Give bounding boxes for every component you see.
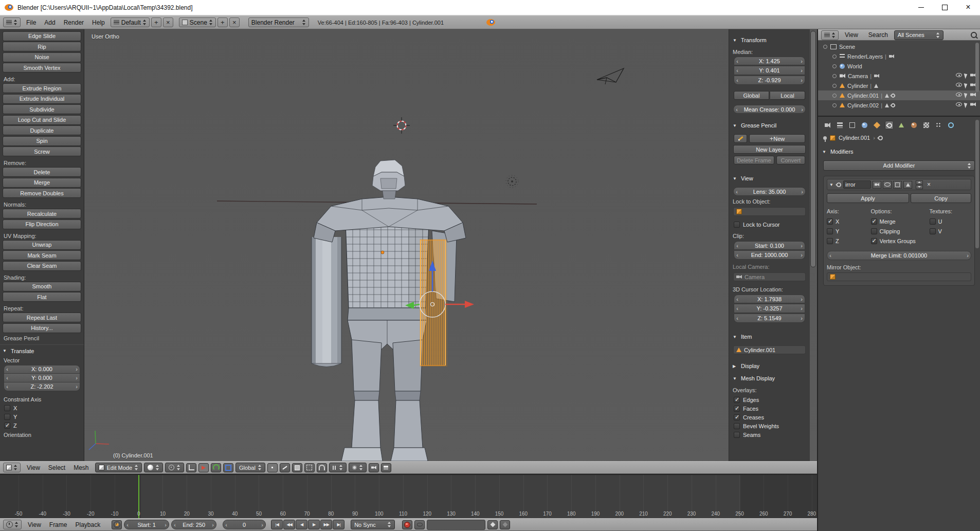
delete-keyframe-button[interactable] — [500, 520, 510, 529]
axis-checkbox[interactable]: Z — [827, 236, 869, 246]
render-engine-selector[interactable]: Blender Render — [248, 17, 309, 27]
search-icon[interactable] — [971, 32, 977, 38]
screen-layout-selector[interactable]: Default — [111, 17, 150, 27]
median-x-field[interactable]: X: 1.425 — [734, 57, 805, 65]
view-panel-header[interactable]: View — [733, 174, 806, 183]
median-z-field[interactable]: Z: -0.929 — [734, 76, 805, 85]
increase-arrow-icon[interactable] — [74, 365, 80, 373]
mode-selector[interactable]: Edit Mode — [95, 463, 142, 472]
expand-toggle-icon[interactable] — [832, 94, 837, 98]
global-button[interactable]: Global — [734, 91, 769, 100]
tool-button[interactable]: Flip Direction — [3, 219, 81, 229]
datablock-name[interactable]: Camera — [848, 73, 868, 79]
keying-set-options-button[interactable] — [414, 520, 425, 529]
selectable-pointer-icon[interactable] — [964, 72, 969, 79]
selectable-pointer-icon[interactable] — [964, 82, 969, 88]
menu-item-view[interactable]: View — [841, 31, 862, 39]
outliner-row[interactable]: World — [818, 61, 980, 71]
menu-item[interactable]: Add — [40, 19, 59, 26]
checkbox-box[interactable] — [4, 414, 10, 420]
increase-arrow-icon[interactable] — [798, 242, 805, 249]
menu-item[interactable]: Playback — [71, 521, 104, 528]
outliner-scrollbar[interactable] — [975, 43, 979, 92]
add-layout-button[interactable] — [151, 17, 161, 27]
lock-to-cursor-checkbox[interactable]: Lock to Cursor — [734, 220, 806, 229]
camera-object[interactable] — [597, 68, 624, 84]
properties-scrollbar[interactable] — [975, 120, 979, 248]
snap-toggle[interactable] — [317, 463, 327, 472]
increase-arrow-icon[interactable] — [798, 295, 805, 303]
selectable-pointer-icon[interactable] — [964, 92, 969, 98]
collapse-triangle-icon[interactable] — [733, 376, 738, 381]
outliner-row[interactable]: Cylinder.002 | — [818, 100, 980, 110]
decrease-arrow-icon[interactable] — [734, 105, 740, 113]
constraint-axis-checkbox[interactable]: X — [4, 404, 80, 413]
tool-button[interactable]: Smooth Vertex — [3, 63, 81, 72]
manipulator-scale-button[interactable] — [223, 463, 233, 472]
maximize-button[interactable] — [933, 0, 956, 15]
expand-toggle-icon[interactable] — [832, 103, 837, 107]
collapse-triangle-icon[interactable] — [829, 182, 834, 187]
decrease-arrow-icon[interactable] — [734, 304, 740, 313]
checkbox-box[interactable] — [734, 222, 740, 228]
translate-panel-header[interactable]: Translate — [3, 346, 81, 356]
grease-pencil-draw-button[interactable] — [734, 134, 747, 143]
window-titlebar[interactable]: Blender [C:\Users\ARQUII~1\AppData\Local… — [0, 0, 980, 15]
mean-crease-field[interactable]: Mean Crease: 0.000 — [733, 105, 806, 114]
modifier-render-toggle[interactable] — [873, 181, 881, 189]
texture-checkbox[interactable]: U — [930, 216, 972, 226]
datablock-name[interactable]: Scene — [839, 44, 855, 50]
transform-orientation-selector[interactable]: Global — [235, 463, 265, 472]
jump-to-end-button[interactable]: ▶| — [333, 520, 344, 529]
display-panel-header[interactable]: Display — [733, 361, 806, 371]
increase-arrow-icon[interactable] — [798, 251, 805, 259]
tool-button[interactable]: Mark Seam — [3, 250, 81, 260]
expand-toggle-icon[interactable] — [832, 64, 837, 68]
modifiers-panel-header[interactable]: Modifiers — [822, 147, 976, 156]
decrease-arrow-icon[interactable] — [223, 520, 229, 529]
decrease-arrow-icon[interactable] — [734, 57, 740, 65]
decrease-arrow-icon[interactable] — [4, 365, 10, 373]
outliner-row[interactable]: Scene — [818, 42, 980, 51]
play-button[interactable]: ▶ — [308, 520, 320, 529]
tool-button[interactable]: Flat — [3, 292, 81, 302]
tool-button[interactable]: Edge Slide — [3, 31, 81, 41]
editor-type-button[interactable] — [3, 520, 22, 529]
tool-button[interactable]: Repeat Last — [3, 313, 81, 322]
datablock-name[interactable]: Cylinder — [847, 83, 868, 89]
decrease-arrow-icon[interactable] — [4, 382, 10, 391]
datablock-name[interactable]: Cylinder.001 — [847, 93, 879, 99]
active-keying-set-field[interactable] — [427, 520, 485, 530]
datablock-name[interactable]: World — [847, 63, 862, 69]
properties-tab[interactable] — [922, 121, 931, 130]
prev-keyframe-button[interactable]: ◀◀ — [283, 520, 295, 529]
opengl-render-button[interactable] — [369, 463, 379, 472]
decrease-arrow-icon[interactable] — [827, 251, 833, 260]
outliner-row[interactable]: Cylinder | — [818, 81, 980, 90]
outliner-row[interactable]: Camera | — [818, 71, 980, 81]
move-up-button[interactable] — [916, 180, 923, 185]
frame-end-field[interactable]: End: 250 — [171, 520, 216, 529]
current-frame-field[interactable]: 0 — [223, 520, 266, 529]
increase-arrow-icon[interactable] — [798, 66, 805, 75]
scene-selector[interactable]: Scene — [179, 17, 216, 27]
decrease-arrow-icon[interactable] — [4, 374, 10, 382]
overlay-checkbox[interactable]: Faces — [734, 404, 806, 413]
checkbox-box[interactable] — [930, 218, 936, 225]
play-reverse-button[interactable]: ◀ — [296, 520, 307, 529]
tool-button[interactable]: Screw — [3, 147, 81, 156]
increase-arrow-icon[interactable] — [210, 520, 216, 529]
3d-cursor[interactable] — [393, 117, 410, 134]
render-camera-icon[interactable] — [970, 93, 976, 97]
minimize-button[interactable] — [909, 0, 933, 15]
tool-button[interactable]: Smooth — [3, 282, 81, 291]
decrease-arrow-icon[interactable] — [734, 295, 740, 303]
menu-item[interactable]: Render — [60, 19, 88, 26]
apply-button[interactable]: Apply — [827, 193, 909, 203]
menu-item[interactable]: Mesh — [69, 464, 93, 471]
properties-tab[interactable] — [823, 121, 832, 130]
checkbox-box[interactable] — [871, 238, 877, 244]
pivot-align-toggle[interactable] — [186, 463, 196, 472]
properties-tab[interactable] — [885, 121, 894, 130]
modifier-realtime-toggle[interactable] — [883, 181, 892, 189]
